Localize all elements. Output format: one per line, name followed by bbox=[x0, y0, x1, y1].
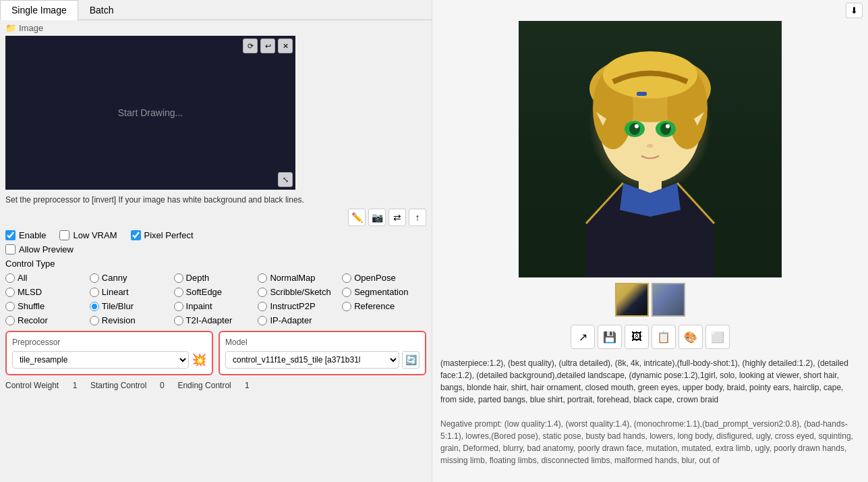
model-select[interactable]: control_v11f1e_sd15_tile [a371b31l bbox=[225, 351, 399, 369]
radio-mlsd-label: MLSD bbox=[18, 287, 42, 297]
pixel-perfect-checkbox-item[interactable]: Pixel Perfect bbox=[131, 230, 194, 240]
tab-single-image[interactable]: Single Image bbox=[0, 0, 78, 20]
image-section: 📁 Image Start Drawing... ⟳ ↩ ✕ ⤡ bbox=[0, 20, 432, 192]
right-top: ⬇ bbox=[432, 0, 868, 21]
svg-point-11 bbox=[635, 124, 639, 128]
radio-mlsd[interactable]: MLSD bbox=[5, 287, 90, 297]
send-to-extras2-button[interactable]: 🎨 bbox=[678, 325, 703, 349]
svg-point-15 bbox=[647, 144, 654, 148]
ending-control-value: 1 bbox=[237, 381, 257, 390]
radio-normalmap[interactable]: NormalMap bbox=[258, 273, 342, 283]
enable-checkbox-item[interactable]: Enable bbox=[5, 230, 46, 240]
radio-revision-label: Revision bbox=[102, 315, 136, 325]
control-type-section: Control Type All Canny Depth NormalMap O bbox=[0, 256, 432, 328]
radio-softedge-label: SoftEdge bbox=[186, 287, 223, 297]
starting-control-value: 0 bbox=[152, 381, 172, 390]
svg-rect-6 bbox=[637, 92, 647, 96]
starting-control-label: Starting Control bbox=[90, 381, 146, 390]
thumbnail-2-image bbox=[653, 284, 684, 315]
download-button[interactable]: ⬇ bbox=[846, 3, 863, 18]
options-row: Enable Low VRAM Pixel Perfect bbox=[0, 227, 432, 243]
toolbar-row: ✏️ 📷 ⇄ ↑ bbox=[0, 207, 432, 227]
control-type-label: Control Type bbox=[5, 259, 426, 269]
send-to-img2img-button[interactable]: 🖼 bbox=[625, 325, 649, 349]
close-button[interactable]: ✕ bbox=[278, 38, 293, 53]
camera-tool-button[interactable]: 📷 bbox=[368, 209, 386, 226]
radio-openpose-label: OpenPose bbox=[354, 273, 395, 283]
radio-shuffle[interactable]: Shuffle bbox=[5, 301, 90, 311]
preprocessor-label: Preprocessor bbox=[12, 338, 206, 347]
radio-depth[interactable]: Depth bbox=[174, 273, 258, 283]
thumbnail-strip bbox=[610, 277, 691, 322]
undo-button[interactable]: ↩ bbox=[260, 38, 275, 53]
preprocessor-group: Preprocessor tile_resample 💥 bbox=[5, 331, 213, 375]
upload-tool-button[interactable]: ↑ bbox=[409, 209, 426, 226]
radio-scribble[interactable]: Scribble/Sketch bbox=[258, 287, 342, 297]
radio-ip-adapter-label: IP-Adapter bbox=[270, 315, 312, 325]
radio-revision[interactable]: Revision bbox=[90, 315, 174, 325]
pixel-perfect-checkbox[interactable] bbox=[131, 230, 141, 240]
radio-depth-label: Depth bbox=[186, 273, 210, 283]
svg-point-9 bbox=[629, 123, 640, 135]
image-box[interactable]: Start Drawing... ⟳ ↩ ✕ ⤡ bbox=[5, 36, 295, 190]
anime-svg-overlay bbox=[519, 21, 782, 277]
save-button[interactable]: 💾 bbox=[598, 325, 622, 349]
enable-checkbox[interactable] bbox=[5, 230, 16, 240]
control-weight-label: Control Weight bbox=[5, 381, 59, 390]
tabs-container: Single Image Batch bbox=[0, 0, 432, 20]
radio-canny-label: Canny bbox=[102, 273, 127, 283]
action-buttons-row: ↗ 💾 🖼 📋 🎨 ⬜ bbox=[565, 322, 735, 352]
expand-button[interactable]: ⤡ bbox=[278, 172, 293, 187]
radio-all-label: All bbox=[18, 273, 27, 283]
radio-inpaint[interactable]: Inpaint bbox=[174, 301, 258, 311]
main-image-area: ↗ 💾 🖼 📋 🎨 ⬜ (masterpiece:1.2), (best qua… bbox=[432, 21, 868, 482]
pixel-perfect-label: Pixel Perfect bbox=[144, 230, 194, 240]
low-vram-checkbox-item[interactable]: Low VRAM bbox=[59, 230, 117, 240]
radio-openpose[interactable]: OpenPose bbox=[342, 273, 426, 283]
preprocessor-model-row: Preprocessor tile_resample 💥 Model contr… bbox=[0, 328, 432, 378]
radio-ip-adapter[interactable]: IP-Adapter bbox=[258, 315, 342, 325]
svg-point-12 bbox=[666, 124, 670, 128]
image-controls: ⟳ ↩ ✕ bbox=[243, 38, 293, 53]
allow-preview-checkbox-item[interactable]: Allow Preview bbox=[5, 244, 74, 255]
preprocessor-select[interactable]: tile_resample bbox=[12, 351, 189, 369]
control-type-grid: All Canny Depth NormalMap OpenPose MLS bbox=[5, 273, 426, 325]
enable-label: Enable bbox=[19, 230, 46, 240]
send-to-canvas-button[interactable]: ⬜ bbox=[705, 325, 730, 349]
model-refresh-button[interactable]: 🔄 bbox=[402, 351, 419, 369]
start-drawing-text: Start Drawing... bbox=[118, 107, 183, 118]
left-panel: Single Image Batch 📁 Image Start Drawing… bbox=[0, 0, 432, 482]
radio-shuffle-label: Shuffle bbox=[18, 301, 45, 311]
reset-button[interactable]: ⟳ bbox=[243, 38, 258, 53]
right-panel: ⬇ bbox=[432, 0, 868, 482]
radio-tile-blur-label: Tile/Blur bbox=[102, 301, 134, 311]
radio-lineart-label: Lineart bbox=[102, 287, 129, 297]
radio-tile-blur[interactable]: Tile/Blur bbox=[90, 301, 174, 311]
model-select-row: control_v11f1e_sd15_tile [a371b31l 🔄 bbox=[225, 351, 419, 369]
swap-tool-button[interactable]: ⇄ bbox=[388, 209, 406, 226]
send-to-inpaint-button[interactable]: 📋 bbox=[652, 325, 676, 349]
send-to-extras-button[interactable]: ↗ bbox=[571, 325, 595, 349]
radio-all[interactable]: All bbox=[5, 273, 90, 283]
radio-reference[interactable]: Reference bbox=[342, 301, 426, 311]
upload-folder-icon: 📁 bbox=[5, 23, 16, 33]
model-group: Model control_v11f1e_sd15_tile [a371b31l… bbox=[219, 331, 426, 375]
radio-canny[interactable]: Canny bbox=[90, 273, 174, 283]
radio-softedge[interactable]: SoftEdge bbox=[174, 287, 258, 297]
radio-instructp2p[interactable]: InstructP2P bbox=[258, 301, 342, 311]
image-bottom-controls: ⤡ bbox=[278, 172, 293, 187]
low-vram-checkbox[interactable] bbox=[59, 230, 69, 240]
tab-batch[interactable]: Batch bbox=[78, 0, 125, 20]
allow-preview-checkbox[interactable] bbox=[5, 244, 16, 255]
radio-segmentation[interactable]: Segmentation bbox=[342, 287, 426, 297]
radio-reference-label: Reference bbox=[354, 301, 395, 311]
thumbnail-2[interactable] bbox=[652, 283, 685, 317]
thumbnail-1[interactable] bbox=[615, 283, 649, 317]
svg-point-10 bbox=[660, 123, 671, 135]
radio-lineart[interactable]: Lineart bbox=[90, 287, 174, 297]
radio-recolor-label: Recolor bbox=[18, 315, 48, 325]
radio-t2i-adapter[interactable]: T2I-Adapter bbox=[174, 315, 258, 325]
radio-recolor[interactable]: Recolor bbox=[5, 315, 90, 325]
image-upload-label: 📁 Image bbox=[5, 23, 426, 33]
edit-tool-button[interactable]: ✏️ bbox=[348, 209, 366, 226]
